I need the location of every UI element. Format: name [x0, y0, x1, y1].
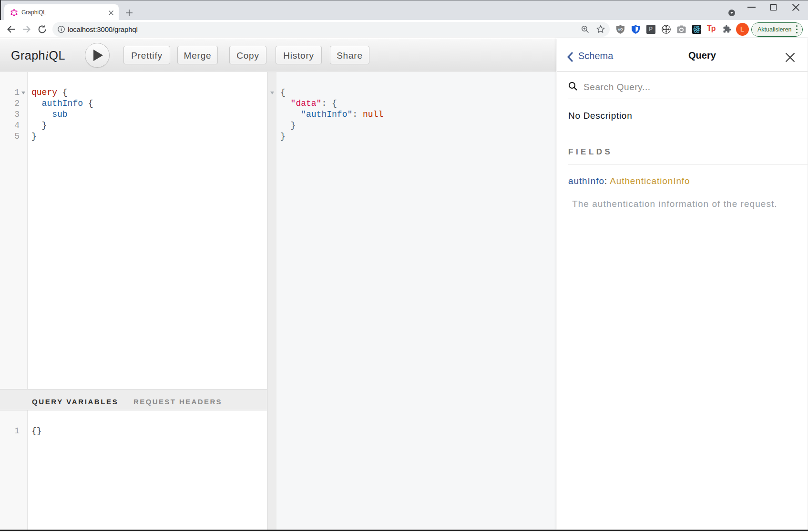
svg-text:uO: uO [618, 28, 623, 31]
